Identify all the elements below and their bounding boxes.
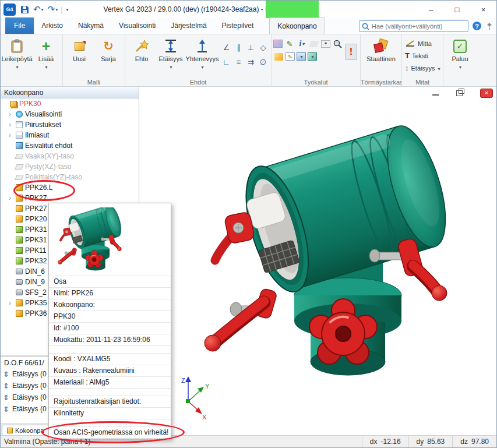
tooltip-row-text: Id: #100 xyxy=(54,324,79,332)
3d-model-canvas[interactable]: Z Y X xyxy=(139,87,496,435)
constraint-button[interactable]: ∥ xyxy=(232,40,245,55)
ehto-label: Ehto xyxy=(135,55,149,62)
z-axis-label: Z xyxy=(181,377,185,384)
constraint-button[interactable]: ∠ xyxy=(220,40,232,55)
x-axis-label: X xyxy=(202,414,207,421)
constraint-button[interactable]: ◇ xyxy=(257,40,269,55)
mitat-etaisyys-button[interactable]: ↕ Etäisyys xyxy=(404,62,441,74)
yhtenevyys-dropdown-icon[interactable] xyxy=(200,63,203,70)
mitta-button[interactable]: Mitta xyxy=(404,37,441,50)
pin-ribbon-icon[interactable] xyxy=(486,22,493,32)
ribbon-tab[interactable]: Arkisto xyxy=(34,17,71,34)
yhtenevyys-button[interactable]: Yhtenevyys xyxy=(185,36,219,70)
close-button[interactable]: × xyxy=(470,1,496,18)
tab-file[interactable]: File xyxy=(5,17,34,34)
etaisyys-dropdown-icon[interactable] xyxy=(169,63,172,70)
tree-item-icon xyxy=(16,237,23,244)
expand-chevron-icon[interactable] xyxy=(9,299,13,307)
distance-constraint-icon xyxy=(3,370,9,379)
tree-item-label: Pysty(XZ)-taso xyxy=(25,163,71,171)
coordinate-value: 97.80 xyxy=(471,438,489,446)
paluu-button[interactable]: ✓ Paluu xyxy=(445,36,474,70)
save-button[interactable] xyxy=(19,3,30,16)
expand-chevron-icon[interactable] xyxy=(9,131,13,139)
tooltip-row: PPK30 xyxy=(49,311,171,323)
add-button[interactable]: + Lisää xyxy=(31,36,61,70)
ribbon-tab[interactable]: Visualisointi xyxy=(111,17,163,34)
zoom-part-icon[interactable] xyxy=(332,38,343,49)
doc-restore-button[interactable] xyxy=(456,90,463,96)
tooltip-row-text: Kuvaus : Rakennealumiini xyxy=(54,366,135,375)
tree-item[interactable]: PPK30 xyxy=(1,98,139,109)
axes-triad: Z Y X xyxy=(181,376,210,421)
mitat-etaisyys-dropdown-icon[interactable] xyxy=(437,65,440,72)
grid-icon[interactable] xyxy=(297,52,306,61)
uusi-button[interactable]: Uusi xyxy=(65,36,94,62)
constraint-button[interactable]: ∟ xyxy=(220,55,232,69)
tree-item[interactable]: Piirustukset xyxy=(1,119,139,130)
redo-button[interactable] xyxy=(47,3,59,16)
coordinate-readout: dy 85.63 xyxy=(408,436,453,447)
collision-icon xyxy=(373,37,389,55)
expand-chevron-icon[interactable] xyxy=(9,110,13,118)
teksti-button[interactable]: T Teksti xyxy=(404,50,441,62)
mitat-etaisyys-label: Etäisyys xyxy=(411,65,435,72)
ribbon-tab[interactable]: Näkymä xyxy=(71,17,111,34)
valve-assembly-model[interactable] xyxy=(205,117,458,375)
panel-tab-kokoonpano[interactable]: Kokoonpa xyxy=(2,425,50,435)
part-info-icon[interactable]: i xyxy=(297,38,307,49)
constraint-button[interactable]: ∅ xyxy=(257,55,269,69)
tab-kokoonpano[interactable]: Kokoonpano xyxy=(269,17,325,34)
paste-label: Leikepöytä xyxy=(1,55,32,62)
ribbon-tab[interactable]: Pistepilvet xyxy=(214,17,262,34)
distance-icon: ↕ xyxy=(405,64,409,72)
doc-close-button[interactable]: × xyxy=(480,89,493,98)
maximize-button[interactable]: □ xyxy=(444,1,470,18)
measure-box-icon[interactable] xyxy=(274,53,283,61)
tree-item-label: PPK26.L xyxy=(25,184,52,192)
tree-item[interactable]: PPK27 xyxy=(1,193,139,203)
add-dropdown-icon[interactable] xyxy=(44,63,47,70)
tree-item[interactable]: Pysty(XZ)-taso xyxy=(1,161,139,172)
qat-customize-button[interactable] xyxy=(65,3,70,16)
undo-button[interactable] xyxy=(32,3,45,16)
constraint-button[interactable]: ⇉ xyxy=(245,55,257,69)
tree-item[interactable]: Ilmiasut xyxy=(1,130,139,140)
yhtenevyys-label: Yhtenevyys xyxy=(186,55,219,62)
left-lever xyxy=(205,288,277,351)
expand-chevron-icon[interactable] xyxy=(9,194,13,202)
staattinen-button[interactable]: Staattinen xyxy=(362,36,400,62)
constraint-button[interactable]: ≡ xyxy=(232,55,245,69)
tree-item[interactable]: Esivalitut ehdot xyxy=(1,140,139,151)
edit-drawing-icon[interactable] xyxy=(284,38,295,49)
paluu-dropdown-icon[interactable] xyxy=(459,63,461,70)
paste-dropdown-icon[interactable] xyxy=(15,63,18,70)
paste-button[interactable]: Leikepöytä xyxy=(2,36,31,70)
etaisyys-button[interactable]: Etäisyys xyxy=(156,36,185,70)
components-icon[interactable] xyxy=(308,52,317,61)
sarja-button[interactable]: Sarja xyxy=(94,36,123,62)
help-button[interactable]: ? xyxy=(473,22,481,30)
geometry-warning-button[interactable]: ! xyxy=(345,44,357,60)
app-icon[interactable]: G4 xyxy=(3,3,16,16)
ehto-button[interactable]: Ehto xyxy=(127,36,156,62)
search-input[interactable] xyxy=(372,23,466,30)
tree-item[interactable]: PPK26.L xyxy=(1,182,139,193)
tree-item[interactable]: Visualisointi xyxy=(1,109,139,119)
doc-minimize-button[interactable] xyxy=(432,91,439,96)
tooltip-row-text: Osan ACIS-geometriassa on virheitä! xyxy=(54,428,168,436)
expand-chevron-icon[interactable] xyxy=(9,121,13,129)
tree-item[interactable]: Vaaka(XY)-taso xyxy=(1,151,139,161)
tooltip-row-text: Muokattu: 2011-11-23 16:59:06 xyxy=(54,336,150,344)
model-viewport[interactable]: × xyxy=(139,87,496,435)
ribbon-tab[interactable]: Järjestelmä xyxy=(163,17,214,34)
render-image-icon[interactable] xyxy=(273,40,283,48)
ribbon-tab-bar: File ArkistoNäkymäVisualisointiJärjestel… xyxy=(1,18,496,34)
edit-sketch-icon[interactable] xyxy=(285,52,295,61)
tree-item[interactable]: Poikittais(YZ)-taso xyxy=(1,172,139,182)
section-plane-icon[interactable] xyxy=(309,41,319,47)
check-icon: ✓ xyxy=(453,40,467,53)
constraint-button[interactable]: ⊥ xyxy=(245,40,257,55)
hide-part-icon[interactable] xyxy=(321,40,330,48)
minimize-button[interactable]: – xyxy=(418,1,444,18)
